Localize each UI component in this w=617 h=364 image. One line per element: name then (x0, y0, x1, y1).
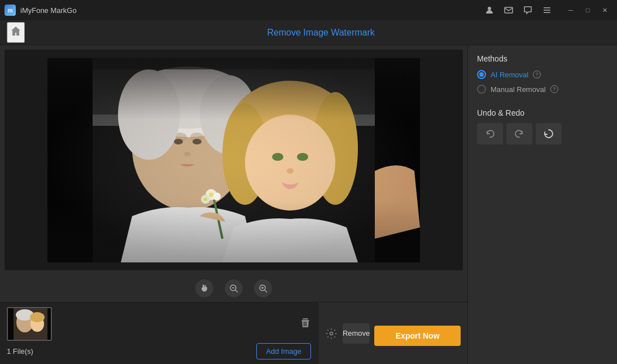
left-panel: 1 File(s) Add Image Remove Export Now (0, 45, 467, 364)
pan-button[interactable] (195, 279, 213, 297)
svg-rect-2 (544, 7, 550, 8)
svg-rect-52 (8, 308, 14, 341)
ai-removal-label: AI Removal (491, 71, 528, 79)
settings-button[interactable] (325, 323, 338, 344)
filmstrip-area: 1 File(s) Add Image (0, 302, 318, 364)
zoom-in-button[interactable] (254, 279, 272, 297)
svg-line-46 (265, 290, 267, 292)
filmstrip-top (7, 307, 311, 341)
manual-removal-radio[interactable] (477, 85, 486, 94)
file-count: 1 File(s) (7, 347, 33, 356)
filmstrip-bottom: 1 File(s) Add Image (7, 343, 311, 359)
main-content: 1 File(s) Add Image Remove Export Now Me… (0, 45, 617, 364)
ai-removal-help-icon[interactable]: ? (533, 71, 541, 78)
image-viewer (5, 50, 463, 270)
methods-section: Methods AI Removal ? Manual Removal ? (477, 54, 608, 99)
manual-removal-help-icon[interactable]: ? (550, 85, 558, 93)
title-bar-icons: ─ □ ✕ (482, 2, 612, 18)
undo-button[interactable] (477, 123, 503, 144)
ai-removal-option[interactable]: AI Removal ? (477, 70, 608, 79)
manual-removal-option[interactable]: Manual Removal ? (477, 85, 608, 94)
undo-redo-buttons (477, 123, 608, 144)
window-controls: ─ □ ✕ (563, 2, 612, 18)
svg-rect-53 (47, 308, 52, 341)
manual-removal-label: Manual Removal (491, 85, 546, 94)
viewer-controls (0, 275, 467, 302)
undo-redo-section: Undo & Redo (477, 108, 608, 144)
minimize-button[interactable]: ─ (563, 2, 579, 18)
maximize-button[interactable]: □ (580, 2, 596, 18)
main-photo (47, 58, 420, 262)
bottom-section: 1 File(s) Add Image Remove Export Now (0, 302, 467, 364)
svg-line-42 (235, 290, 238, 292)
profile-icon[interactable] (482, 2, 497, 18)
svg-point-54 (330, 332, 333, 335)
ai-removal-radio[interactable] (477, 70, 486, 79)
right-panel: Methods AI Removal ? Manual Removal ? Un… (467, 45, 617, 364)
toolbar: Remove Image Watermark (0, 20, 617, 45)
svg-rect-39 (47, 58, 420, 262)
svg-point-51 (30, 312, 45, 322)
remove-button[interactable]: Remove (343, 323, 370, 344)
delete-button[interactable] (300, 317, 311, 331)
methods-title: Methods (477, 54, 608, 63)
svg-point-0 (488, 7, 491, 10)
app-title: iMyFone MarkGo (20, 6, 77, 15)
redo-button[interactable] (506, 123, 532, 144)
undo-redo-title: Undo & Redo (477, 108, 608, 117)
svg-rect-1 (505, 7, 513, 13)
app-logo: m (5, 5, 16, 16)
thumbnail[interactable] (7, 307, 52, 341)
reset-button[interactable] (536, 123, 562, 144)
page-title: Remove Image Watermark (32, 28, 610, 38)
title-bar-left: m iMyFone MarkGo (5, 5, 77, 16)
title-bar: m iMyFone MarkGo (0, 0, 617, 20)
bottom-actions: Remove Export Now (318, 302, 467, 364)
svg-rect-3 (544, 10, 550, 11)
svg-rect-4 (544, 12, 550, 14)
menu-icon[interactable] (539, 2, 555, 18)
zoom-out-button[interactable] (225, 279, 243, 297)
chat-icon[interactable] (520, 2, 536, 18)
home-button[interactable] (7, 22, 25, 43)
close-button[interactable]: ✕ (597, 2, 612, 18)
mail-icon[interactable] (501, 2, 517, 18)
export-now-button[interactable]: Export Now (374, 326, 461, 346)
add-image-button[interactable]: Add Image (256, 343, 311, 359)
